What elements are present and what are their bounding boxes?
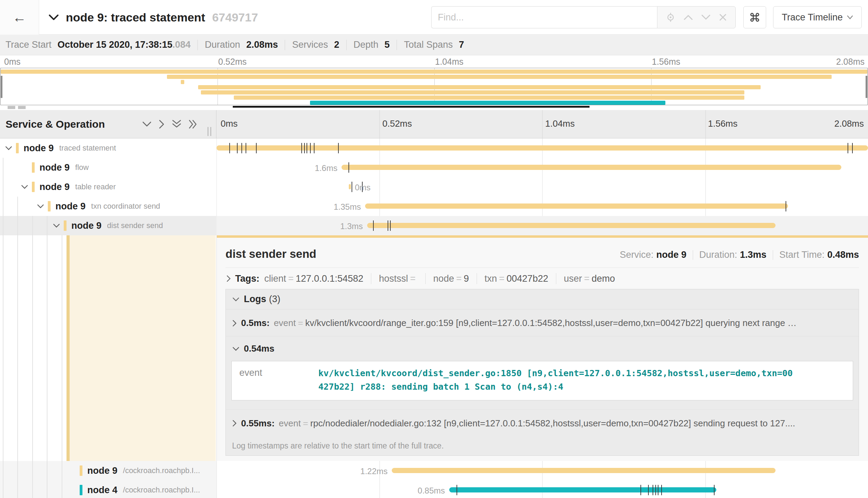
span-bar-cell[interactable]: 1.22ms	[216, 461, 868, 480]
span-bar-cell[interactable]: 0.85ms	[216, 480, 868, 498]
span-duration-bar[interactable]	[392, 468, 776, 473]
span-name-cell[interactable]: node 9dist sender send	[0, 216, 216, 235]
ruler-tick-label: 1.04ms	[435, 57, 463, 67]
log-marker-tick	[390, 220, 391, 231]
viewport-range-line[interactable]	[233, 106, 590, 108]
log-entry-header[interactable]: 0.55ms:event=rpc/nodedialer/nodedialer.g…	[226, 410, 859, 436]
span-name-cell[interactable]: node 9/cockroach.roachpb.I...	[0, 461, 216, 480]
keyboard-shortcuts-button[interactable]	[743, 6, 766, 28]
span-bar-cell[interactable]: 1.6ms	[216, 158, 868, 177]
collapse-trace-chevron-icon[interactable]	[48, 14, 59, 21]
span-bar-cell[interactable]: 0ms	[216, 177, 868, 197]
tag-pair: txn=00427b22	[485, 273, 548, 284]
tag-key: client	[264, 273, 286, 284]
viewport-scrubber-handle[interactable]	[18, 106, 26, 109]
chevron-down-icon[interactable]	[21, 184, 32, 189]
span-name-cell[interactable]: node 9traced statement	[0, 138, 216, 158]
back-arrow-icon: ←	[12, 10, 26, 25]
viewport-scrubber-handle[interactable]	[8, 106, 15, 109]
chevron-down-icon[interactable]	[37, 204, 48, 209]
next-result-icon[interactable]	[701, 15, 710, 20]
span-duration-bar[interactable]	[449, 487, 716, 492]
log-marker-tick	[338, 143, 339, 153]
span-bar-cell[interactable]: 1.3ms	[216, 216, 868, 235]
ruler-tick-label: 1.56ms	[708, 118, 737, 129]
collapse-all-icon[interactable]	[172, 119, 181, 129]
log-entry-header[interactable]: 0.5ms:event=kv/kvclient/kvcoord/range_it…	[226, 309, 859, 336]
minimap-canvas[interactable]	[0, 68, 868, 105]
log-marker-tick	[852, 143, 853, 153]
logs-header[interactable]: Logs (3)	[226, 289, 859, 309]
log-marker-tick	[640, 485, 641, 495]
span-meta: Service:node 9Duration:1.3msStart Time:0…	[620, 250, 859, 260]
span-row[interactable]: node 9flow1.6ms	[0, 158, 868, 177]
log-marker-tick	[304, 143, 305, 153]
span-name-cell[interactable]: node 9flow	[0, 158, 216, 177]
tag-pair: user=demo	[564, 273, 615, 284]
span-color-marker	[16, 143, 19, 153]
span-row[interactable]: node 9traced statement	[0, 138, 868, 158]
view-selector-button[interactable]: Trace Timeline	[773, 6, 862, 28]
span-operation-name: flow	[75, 163, 89, 172]
trace-info-value: 7	[459, 39, 464, 50]
log-value-line: 427b22] r288: sending batch 1 Scan to (n…	[318, 380, 793, 394]
tag-equals: =	[286, 273, 296, 284]
span-name-cell[interactable]: node 4/cockroach.roachpb.I...	[0, 480, 216, 498]
span-row[interactable]: node 9table reader0ms	[0, 177, 868, 197]
meta-label: Duration:	[699, 250, 737, 260]
minimap-span-bar	[198, 85, 761, 89]
trace-timeline-page: ← node 9: traced statement 6749717	[0, 0, 868, 498]
span-duration-bar[interactable]	[367, 223, 776, 228]
trace-info-label: Trace Start	[6, 39, 54, 50]
trace-title-wrap: node 9: traced statement 6749717	[48, 0, 258, 35]
trace-info-item: Services 2	[292, 39, 339, 50]
find-input[interactable]	[431, 6, 657, 28]
span-row[interactable]: node 4/cockroach.roachpb.I...0.85ms	[0, 480, 868, 498]
log-equals: =	[296, 318, 305, 328]
tag-equals: =	[582, 273, 592, 284]
tags-accordion[interactable]: Tags: client=127.0.0.1:54582hostssl=node…	[225, 268, 859, 289]
span-detail-indent	[0, 235, 216, 461]
log-marker-tick	[307, 143, 307, 153]
trace-info-bar: Trace Start October 15 2020, 17:38:15.08…	[0, 35, 868, 55]
chevron-down-icon[interactable]	[5, 146, 16, 151]
trace-info-item: Depth 5	[354, 39, 390, 50]
span-row[interactable]: node 9/cockroach.roachpb.I...1.22ms	[0, 461, 868, 480]
expand-one-icon[interactable]	[159, 119, 165, 129]
focus-match-icon[interactable]	[666, 12, 675, 22]
column-resizer-handle[interactable]	[207, 127, 211, 136]
span-bar-cell[interactable]: 1.35ms	[216, 197, 868, 216]
span-name-cell[interactable]: node 9txn coordinator send	[0, 197, 216, 216]
log-entry: 0.55ms:event=rpc/nodedialer/nodedialer.g…	[226, 409, 859, 436]
collapse-one-icon[interactable]	[142, 121, 152, 127]
span-row[interactable]: node 9txn coordinator send1.35ms	[0, 197, 868, 216]
log-kv-table: eventkv/kvclient/kvcoord/dist_sender.go:…	[231, 361, 853, 400]
chevron-right-icon	[226, 275, 231, 282]
expand-all-icon[interactable]	[188, 119, 198, 129]
prev-result-icon[interactable]	[684, 15, 693, 20]
log-marker-tick	[655, 485, 656, 495]
chevron-down-icon[interactable]	[53, 223, 64, 228]
ruler-tick-label: 2.08ms	[836, 57, 865, 67]
tags-list: client=127.0.0.1:54582hostssl=node=9txn=…	[264, 273, 615, 284]
viewport-drag-handle-left[interactable]	[1, 76, 2, 98]
log-marker-tick	[457, 485, 457, 495]
span-duration-label: 1.6ms	[315, 163, 337, 173]
ruler-tick-label: 0ms	[4, 57, 20, 67]
span-duration-bar[interactable]	[342, 165, 841, 170]
span-bar-cell[interactable]	[216, 138, 868, 158]
log-entry-header[interactable]: 0.54ms	[226, 336, 859, 358]
span-detail-row: dist sender send Service:node 9Duration:…	[0, 235, 868, 461]
clear-search-icon[interactable]	[719, 13, 727, 21]
span-name-cell[interactable]: node 9table reader	[0, 177, 216, 197]
trace-info-item: Trace Start October 15 2020, 17:38:15.08…	[6, 39, 191, 50]
tag-separator	[556, 273, 556, 284]
span-service-name: node 9	[39, 182, 70, 192]
viewport-drag-handle-right[interactable]	[866, 76, 867, 98]
span-duration-bar[interactable]	[365, 203, 788, 209]
span-duration-bar[interactable]	[349, 184, 351, 189]
span-service-name: node 4	[87, 485, 117, 496]
span-row[interactable]: node 9dist sender send1.3ms	[0, 216, 868, 235]
log-marker-tick	[388, 220, 388, 231]
back-button[interactable]: ←	[0, 0, 39, 35]
